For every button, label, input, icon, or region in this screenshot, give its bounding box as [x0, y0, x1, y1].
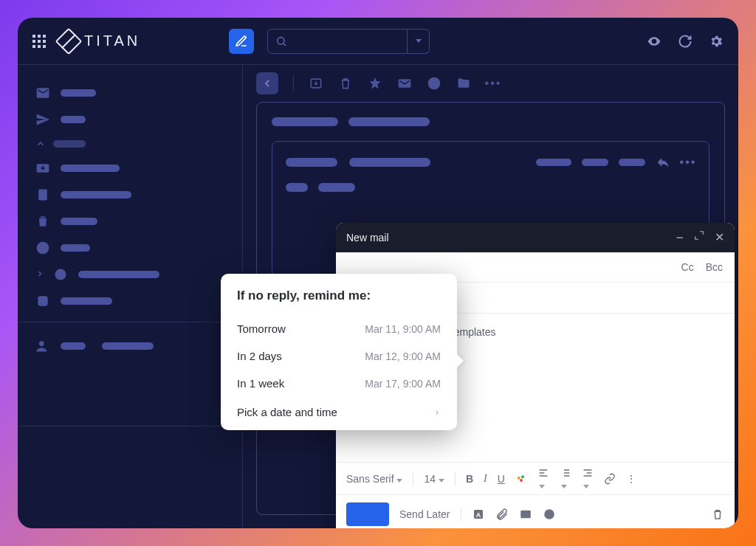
sidebar-label-ph	[61, 244, 90, 252]
archive-icon	[35, 161, 50, 176]
sidebar-label-ph	[61, 165, 120, 172]
refresh-icon[interactable]	[678, 34, 693, 49]
text-style-icon[interactable]: A	[472, 508, 485, 521]
meta-ph	[619, 159, 645, 166]
italic-icon[interactable]: I	[484, 473, 487, 485]
font-size-select[interactable]: 14	[424, 473, 444, 485]
svg-point-11	[521, 475, 524, 478]
meta-ph	[582, 159, 608, 166]
sidebar-item-sent[interactable]	[18, 106, 242, 133]
bcc-button[interactable]: Bcc	[706, 261, 723, 273]
sidebar-label-ph	[61, 191, 131, 198]
reminder-option[interactable]: In 2 days Mar 12, 9:00 AM	[237, 342, 441, 370]
settings-gear-icon[interactable]	[709, 34, 724, 49]
chevron-right-icon	[433, 407, 441, 418]
svg-point-10	[518, 476, 520, 479]
more-icon[interactable]: •••	[681, 155, 695, 170]
reminder-option[interactable]: Tomorrow Mar 11, 9:00 AM	[237, 315, 441, 342]
archive-action-icon[interactable]	[309, 76, 323, 91]
sidebar-item-archive[interactable]	[18, 155, 242, 182]
more-actions-icon[interactable]: •••	[486, 76, 501, 91]
reply-icon[interactable]	[656, 155, 670, 170]
bold-icon[interactable]: B	[466, 473, 473, 485]
minimize-icon[interactable]: −	[676, 230, 684, 246]
reminder-option-time: Mar 12, 9:00 AM	[365, 350, 441, 362]
brand-logo: TITAN	[59, 32, 140, 51]
search-input[interactable]	[267, 29, 408, 54]
close-icon[interactable]: ✕	[715, 230, 724, 246]
send-toolbar: Send Later A	[336, 494, 735, 528]
sidebar-label-ph	[61, 218, 97, 225]
back-button[interactable]	[256, 72, 278, 94]
svg-point-0	[278, 37, 284, 44]
link-icon[interactable]	[604, 473, 616, 485]
sidebar-label-ph	[61, 89, 96, 97]
sidebar-label-ph	[61, 116, 86, 123]
indent-icon[interactable]	[582, 467, 594, 491]
visibility-icon[interactable]	[647, 34, 662, 49]
sidebar-item-add-contact[interactable]	[18, 333, 242, 359]
font-family-select[interactable]: Sans Serif	[346, 473, 402, 485]
search-dropdown[interactable]	[408, 29, 430, 54]
brand-name: TITAN	[84, 32, 140, 49]
mail-toolbar: •••	[243, 65, 738, 102]
sidebar-item-scheduled[interactable]	[18, 261, 242, 288]
expand-icon[interactable]	[694, 230, 704, 246]
message-header: •••	[286, 155, 695, 170]
reminder-option-label: In 2 days	[237, 350, 282, 362]
mark-unread-icon[interactable]	[397, 76, 412, 91]
list-icon[interactable]	[560, 467, 571, 491]
compose-header[interactable]: New mail − ✕	[336, 223, 735, 252]
move-folder-icon[interactable]	[456, 76, 471, 91]
apps-grid-icon[interactable]	[32, 35, 46, 48]
sidebar-item-add-folder[interactable]	[18, 288, 242, 314]
format-toolbar: Sans Serif 14 B I U ⋮	[336, 462, 735, 494]
sidebar-label-ph	[102, 342, 154, 350]
cc-button[interactable]: Cc	[681, 261, 694, 273]
pick-date-option[interactable]: Pick a date and time	[237, 397, 441, 420]
svg-point-5	[39, 341, 44, 346]
popover-heading: If no reply, remind me:	[237, 288, 441, 303]
sidebar-item-trash[interactable]	[18, 208, 242, 235]
chevron-up-icon	[35, 139, 46, 149]
svg-point-7	[428, 77, 441, 90]
svg-point-16	[544, 509, 554, 519]
delete-action-icon[interactable]	[338, 76, 353, 91]
compose-button[interactable]	[229, 29, 254, 54]
mark-done-icon[interactable]	[427, 76, 441, 91]
emoji-icon[interactable]	[543, 508, 556, 521]
sidebar-label-ph	[61, 297, 112, 305]
underline-icon[interactable]: U	[498, 473, 505, 485]
body-ph	[318, 183, 355, 192]
sidebar-label-ph	[78, 271, 159, 278]
send-button[interactable]	[346, 502, 389, 526]
meta-ph	[536, 159, 571, 166]
body-ph	[286, 183, 308, 192]
document-icon	[35, 187, 50, 202]
top-bar: TITAN	[18, 18, 738, 65]
attach-icon[interactable]	[495, 508, 509, 521]
discard-icon[interactable]	[711, 508, 724, 521]
pick-date-label: Pick a date and time	[237, 406, 337, 418]
reminder-option[interactable]: In 1 week Mar 17, 9:00 AM	[237, 370, 441, 397]
compose-icon	[235, 35, 248, 48]
svg-text:A: A	[475, 511, 481, 518]
send-later-button[interactable]: Send Later	[399, 508, 450, 520]
sidebar-separator	[18, 426, 242, 426]
svg-rect-4	[38, 296, 47, 305]
image-icon[interactable]	[519, 508, 532, 521]
alert-icon	[35, 241, 50, 255]
sidebar-item-inbox[interactable]	[18, 80, 242, 106]
sidebar-collapse[interactable]	[18, 133, 242, 155]
sidebar-item-drafts[interactable]	[18, 182, 242, 208]
svg-rect-1	[38, 190, 47, 201]
sidebar-item-spam[interactable]	[18, 235, 242, 261]
send-icon	[35, 112, 50, 127]
logo-mark-icon	[55, 27, 83, 55]
svg-rect-15	[520, 510, 531, 518]
reminder-popover: If no reply, remind me: Tomorrow Mar 11,…	[221, 274, 457, 430]
align-icon[interactable]	[537, 467, 549, 491]
star-action-icon[interactable]	[368, 76, 382, 91]
format-more-icon[interactable]: ⋮	[626, 473, 636, 485]
text-color-icon[interactable]	[515, 473, 527, 485]
